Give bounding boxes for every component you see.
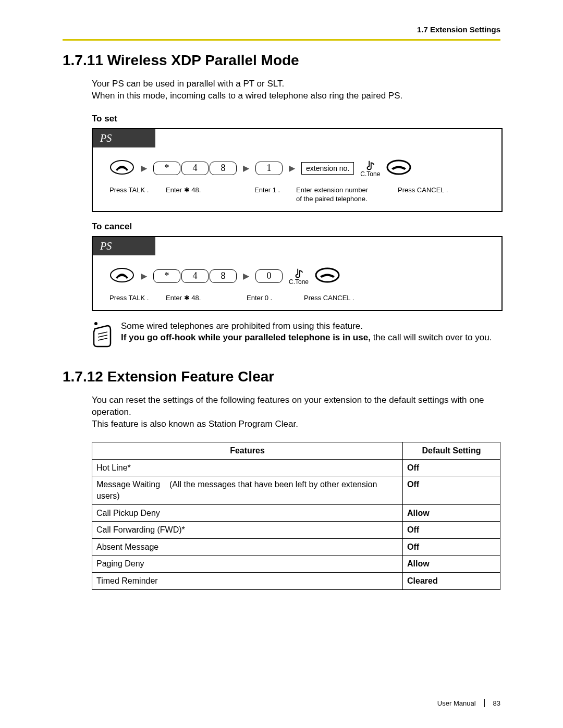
feature-cell: Paging Deny — [92, 556, 403, 573]
caption-row-cancel: Press TALK . Enter ✱ 48. Enter 0 . Press… — [109, 294, 491, 303]
default-cell: Off — [403, 459, 500, 476]
table-row: Message Waiting (All the messages that h… — [92, 476, 500, 504]
header-rule — [63, 39, 500, 41]
table-row: Timed Reminder Cleared — [92, 573, 500, 590]
table-row: Hot Line* Off — [92, 459, 500, 476]
ctone-label: C.Tone — [360, 170, 380, 178]
default-cell: Off — [403, 522, 500, 539]
footer-label: User Manual — [437, 699, 476, 707]
note2-bold: If you go off-hook while your paralleled… — [121, 332, 373, 342]
ctone-label: C.Tone — [289, 278, 309, 286]
footer-divider — [484, 699, 485, 707]
arrow-icon: ▶ — [243, 271, 249, 281]
cap-press-talk: Press TALK . — [109, 186, 166, 204]
note2-rest: the call will switch over to you. — [373, 332, 492, 342]
intro1b: When in this mode, incoming calls to a w… — [92, 91, 402, 101]
key-0: 0 — [255, 269, 283, 283]
arrow-icon: ▶ — [141, 271, 147, 281]
cancel-handset-icon — [386, 159, 411, 177]
page-footer: User Manual 83 — [437, 699, 500, 707]
to-set-label: To set — [92, 114, 500, 124]
default-cell: Allow — [403, 556, 500, 573]
intro1a: Your PS can be used in parallel with a P… — [92, 79, 284, 89]
key-1: 1 — [255, 162, 283, 175]
cap-press-cancel: Press CANCEL . — [398, 186, 448, 204]
feature-cell: Absent Message — [92, 538, 403, 556]
features-tbody: Hot Line* Off Message Waiting (All the m… — [92, 459, 500, 589]
icon-row-set: ▶ * 4 8 ▶ 1 ▶ extension no. C.Tone — [109, 159, 491, 178]
svg-point-4 — [94, 322, 97, 325]
keycap-group-star48: * 4 8 — [153, 269, 237, 283]
table-row: Absent Message Off — [92, 538, 500, 556]
to-cancel-label: To cancel — [92, 221, 500, 232]
arrow-icon: ▶ — [289, 163, 295, 173]
section2-body: You can reset the settings of the follow… — [92, 394, 500, 589]
cancel-handset-icon — [315, 267, 340, 285]
arrow-icon: ▶ — [243, 163, 249, 173]
ps-tab: PS — [93, 129, 155, 147]
cap-enter-48: Enter ✱ 48. — [166, 186, 254, 204]
proc-content-cancel: ▶ * 4 8 ▶ 0 C.Tone — [93, 255, 501, 310]
feature-cell: Message Waiting (All the messages that h… — [92, 476, 403, 504]
intro-text-1: Your PS can be used in parallel with a P… — [92, 78, 500, 102]
intro2a: You can reset the settings of the follow… — [92, 395, 484, 417]
table-row: Call Forwarding (FWD)* Off — [92, 522, 500, 539]
note-block: Some wired telephones are prohibited fro… — [92, 320, 500, 351]
extension-number-field: extension no. — [301, 162, 354, 175]
cap-enter-1: Enter 1 . — [254, 186, 296, 204]
key-star: * — [153, 269, 180, 283]
key-4: 4 — [181, 269, 209, 283]
cap-ext2: of the paired telephone. — [296, 195, 368, 203]
cap-press-talk: Press TALK . — [109, 294, 166, 303]
key-8: 8 — [210, 162, 237, 175]
feature-name: Message Waiting — [96, 480, 160, 489]
key-8: 8 — [210, 269, 237, 283]
intro2b: This feature is also known as Station Pr… — [92, 419, 298, 429]
default-cell: Off — [403, 538, 500, 556]
cap-enter-0: Enter 0 . — [247, 294, 304, 303]
feature-cell: Timed Reminder — [92, 573, 403, 590]
table-row: Call Pickup Deny Allow — [92, 504, 500, 522]
intro-text-2: You can reset the settings of the follow… — [92, 394, 500, 430]
feature-cell: Hot Line* — [92, 459, 403, 476]
features-table: Features Default Setting Hot Line* Off M… — [92, 442, 500, 589]
icon-row-cancel: ▶ * 4 8 ▶ 0 C.Tone — [109, 267, 491, 286]
default-cell: Off — [403, 476, 500, 504]
cap-enter-ext: Enter extension number of the paired tel… — [296, 186, 398, 204]
page-header: 1.7 Extension Settings — [63, 25, 500, 38]
note-text: Some wired telephones are prohibited fro… — [121, 320, 492, 351]
section-heading-2: 1.7.12 Extension Feature Clear — [63, 368, 500, 385]
note-icon — [92, 320, 114, 351]
proc-content-set: ▶ * 4 8 ▶ 1 ▶ extension no. C.Tone — [93, 147, 501, 211]
footer-page: 83 — [493, 699, 500, 707]
table-row: Paging Deny Allow — [92, 556, 500, 573]
talk-handset-icon — [109, 159, 134, 177]
confirmation-tone-icon: C.Tone — [360, 159, 380, 178]
key-4: 4 — [181, 162, 209, 175]
note-line1: Some wired telephones are prohibited fro… — [121, 320, 492, 332]
caption-row-set: Press TALK . Enter ✱ 48. Enter 1 . Enter… — [109, 186, 491, 204]
section1-body: Your PS can be used in parallel with a P… — [92, 78, 500, 351]
section-heading-1: 1.7.11 Wireless XDP Parallel Mode — [63, 52, 500, 69]
default-cell: Cleared — [403, 573, 500, 590]
key-star: * — [153, 162, 180, 175]
page: 1.7 Extension Settings 1.7.11 Wireless X… — [0, 0, 563, 728]
feature-cell: Call Forwarding (FWD)* — [92, 522, 403, 539]
procedure-box-cancel: PS ▶ * 4 8 ▶ 0 C.Tone — [92, 236, 503, 311]
col-default: Default Setting — [403, 442, 500, 460]
arrow-icon: ▶ — [141, 163, 147, 173]
default-cell: Allow — [403, 504, 500, 522]
note-line2: If you go off-hook while your paralleled… — [121, 332, 492, 344]
confirmation-tone-icon: C.Tone — [289, 267, 309, 286]
col-features: Features — [92, 442, 403, 460]
feature-cell: Call Pickup Deny — [92, 504, 403, 522]
ps-tab: PS — [93, 237, 155, 255]
header-text: 1.7 Extension Settings — [417, 25, 500, 34]
keycap-group-star48: * 4 8 — [153, 162, 237, 175]
procedure-box-set: PS ▶ * 4 8 ▶ 1 ▶ extension no. — [92, 128, 503, 212]
cap-press-cancel: Press CANCEL . — [304, 294, 354, 303]
cap-enter-48: Enter ✱ 48. — [166, 294, 247, 303]
talk-handset-icon — [109, 267, 134, 285]
cap-ext1: Enter extension number — [296, 186, 368, 194]
